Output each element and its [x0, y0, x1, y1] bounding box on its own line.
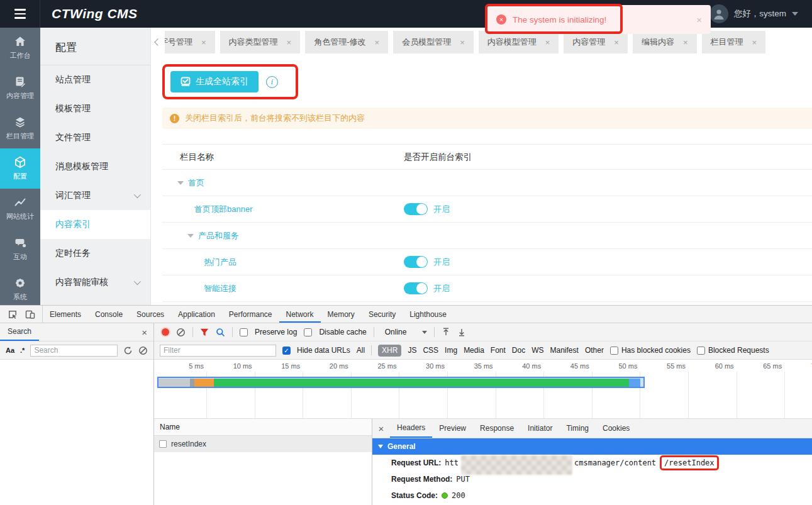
import-har-icon[interactable] — [442, 328, 450, 336]
devtools-tab-network[interactable]: Network — [279, 306, 321, 323]
devtools-tab-security[interactable]: Security — [362, 306, 403, 323]
throttling-select[interactable]: Online — [385, 328, 407, 336]
devtools-tab-application[interactable]: Application — [171, 306, 222, 323]
devtools-tab-elements[interactable]: Elements — [43, 306, 88, 323]
filter-type-js[interactable]: JS — [408, 346, 416, 355]
close-icon[interactable]: × — [752, 38, 757, 47]
tab-content-model-mgmt[interactable]: 内容模型管理× — [479, 31, 559, 53]
close-icon[interactable]: × — [683, 38, 688, 47]
close-icon[interactable]: × — [545, 38, 550, 47]
device-toolbar-icon[interactable] — [25, 309, 35, 319]
general-section-header[interactable]: General — [372, 438, 812, 455]
details-tab-preview[interactable]: Preview — [432, 419, 473, 438]
close-icon[interactable]: × — [375, 38, 380, 47]
filter-type-ws[interactable]: WS — [531, 346, 543, 355]
filter-type-css[interactable]: CSS — [423, 346, 438, 355]
devtools-tab-sources[interactable]: Sources — [130, 306, 171, 323]
sidebar-item-system[interactable]: 系统 — [0, 269, 40, 305]
hamburger-menu-icon[interactable] — [0, 0, 40, 28]
generate-full-site-index-button[interactable]: 生成全站索引 — [170, 71, 259, 92]
close-icon[interactable]: × — [614, 38, 619, 47]
devtools-tab-memory[interactable]: Memory — [321, 306, 362, 323]
submenu-item-template-mgmt[interactable]: 模板管理 — [40, 94, 150, 123]
user-menu[interactable]: 您好，system — [709, 4, 812, 23]
details-tab-cookies[interactable]: Cookies — [596, 419, 637, 438]
export-har-icon[interactable] — [457, 328, 466, 336]
tab-role-mgmt-edit[interactable]: 角色管理-修改× — [305, 31, 388, 53]
tab-edit-content[interactable]: 编辑内容× — [633, 31, 697, 53]
disable-cache-checkbox[interactable] — [304, 328, 312, 336]
submenu-item-content-ai-review[interactable]: 内容智能审核 — [40, 268, 150, 297]
filter-type-xhr[interactable]: XHR — [378, 345, 401, 357]
category-link[interactable]: 智能连接 — [204, 283, 236, 294]
search-input[interactable] — [30, 345, 118, 357]
tab-column-mgmt[interactable]: 栏目管理× — [702, 31, 766, 53]
submenu-item-content-index[interactable]: 内容索引 — [40, 210, 150, 239]
regex-toggle[interactable]: .* — [20, 347, 25, 354]
network-filter-input[interactable] — [160, 345, 276, 357]
details-tab-initiator[interactable]: Initiator — [521, 419, 559, 438]
submenu-item-scheduled-tasks[interactable]: 定时任务 — [40, 239, 150, 268]
expand-triangle-icon[interactable] — [187, 234, 194, 238]
submenu-item-message-template-mgmt[interactable]: 消息模板管理 — [40, 152, 150, 181]
network-timeline-overview[interactable]: 5 ms10 ms15 ms20 ms25 ms30 ms35 ms40 ms4… — [154, 360, 812, 419]
close-icon[interactable]: × — [201, 38, 206, 47]
clear-icon[interactable] — [138, 346, 148, 355]
tab-member-model-mgmt[interactable]: 会员模型管理× — [393, 31, 474, 53]
match-case-toggle[interactable]: Aa — [6, 347, 14, 354]
search-network-icon[interactable] — [216, 328, 225, 337]
sidebar-item-site-stats[interactable]: 网站统计 — [0, 189, 40, 229]
sidebar-item-config[interactable]: 配置 — [0, 148, 40, 189]
submenu-item-file-mgmt[interactable]: 文件管理 — [40, 123, 150, 152]
has-blocked-cookies-checkbox[interactable] — [610, 347, 618, 355]
sidebar-item-workbench[interactable]: 工作台 — [0, 28, 40, 68]
hide-data-urls-checkbox[interactable]: ✓ — [282, 347, 291, 355]
request-row-resetindex[interactable]: resetIndex — [154, 436, 372, 452]
close-icon[interactable]: × — [696, 14, 702, 25]
close-icon[interactable]: × — [142, 327, 147, 338]
request-name-column-header[interactable]: Name — [154, 419, 372, 436]
category-link[interactable]: 首页顶部banner — [194, 204, 252, 215]
details-tab-response[interactable]: Response — [473, 419, 521, 438]
devtools-tab-performance[interactable]: Performance — [222, 306, 279, 323]
tab-doc-number-mgmt[interactable]: 发文字号管理× — [165, 31, 215, 53]
tab-content-mgmt[interactable]: 内容管理× — [564, 31, 628, 53]
preserve-log-checkbox[interactable] — [240, 328, 248, 336]
filter-type-img[interactable]: Img — [445, 346, 457, 355]
close-icon[interactable]: × — [460, 38, 465, 47]
devtools-tab-console[interactable]: Console — [88, 306, 130, 323]
refresh-icon[interactable] — [123, 346, 133, 355]
tab-content-type-mgmt[interactable]: 内容类型管理× — [220, 31, 301, 53]
filter-type-manifest[interactable]: Manifest — [550, 346, 579, 355]
filter-funnel-icon[interactable] — [200, 328, 209, 336]
filter-type-font[interactable]: Font — [491, 346, 506, 355]
filter-type-all[interactable]: All — [357, 346, 365, 355]
category-link[interactable]: 热门产品 — [204, 257, 236, 268]
category-link[interactable]: 首页 — [188, 177, 204, 189]
record-button[interactable] — [162, 328, 169, 336]
submenu-item-vocabulary-mgmt[interactable]: 词汇管理 — [40, 181, 150, 210]
sidebar-item-interaction[interactable]: 互动 — [0, 229, 40, 269]
index-toggle-on[interactable] — [404, 256, 428, 268]
search-panel-tab[interactable]: Search — [0, 323, 39, 341]
index-toggle-on[interactable] — [404, 203, 428, 215]
devtools-tab-lighthouse[interactable]: Lighthouse — [403, 306, 453, 323]
info-icon[interactable]: i — [266, 76, 278, 88]
filter-type-media[interactable]: Media — [464, 346, 484, 355]
submenu-item-site-mgmt[interactable]: 站点管理 — [40, 65, 150, 94]
details-tab-timing[interactable]: Timing — [559, 419, 596, 438]
sidebar-item-column-mgmt[interactable]: 栏目管理 — [0, 108, 40, 148]
clear-network-log-icon[interactable] — [176, 328, 186, 337]
filter-type-other[interactable]: Other — [585, 346, 604, 355]
close-icon[interactable]: × — [287, 38, 292, 47]
blocked-requests-checkbox[interactable] — [697, 347, 705, 355]
sidebar-item-content-mgmt[interactable]: 内容管理 — [0, 68, 40, 108]
close-icon[interactable]: × — [372, 419, 390, 438]
tab-scroll-left-button[interactable] — [151, 40, 165, 45]
index-toggle-on[interactable] — [404, 282, 428, 294]
category-link[interactable]: 产品和服务 — [198, 230, 239, 241]
details-tab-headers[interactable]: Headers — [390, 419, 432, 438]
expand-triangle-icon[interactable] — [177, 181, 184, 185]
filter-type-doc[interactable]: Doc — [512, 346, 525, 355]
inspect-element-icon[interactable] — [8, 309, 18, 319]
